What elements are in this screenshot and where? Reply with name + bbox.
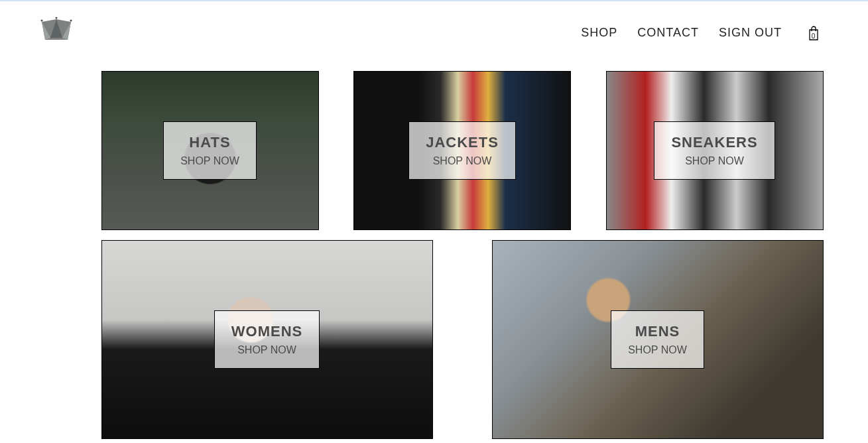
nav-signout[interactable]: SIGN OUT (709, 19, 792, 46)
category-box: HATS SHOP NOW (163, 121, 257, 180)
category-box: SNEAKERS SHOP NOW (654, 121, 775, 180)
category-womens[interactable]: WOMENS SHOP NOW (101, 240, 433, 439)
category-box: WOMENS SHOP NOW (214, 310, 320, 369)
category-sneakers[interactable]: SNEAKERS SHOP NOW (606, 71, 824, 230)
nav-contact[interactable]: CONTACT (627, 19, 709, 46)
svg-point-0 (41, 19, 43, 21)
category-jackets[interactable]: JACKETS SHOP NOW (353, 71, 571, 230)
category-hats[interactable]: HATS SHOP NOW (101, 71, 319, 230)
svg-point-2 (70, 19, 72, 21)
svg-point-1 (56, 17, 58, 19)
nav: SHOP CONTACT SIGN OUT 0 (571, 18, 828, 48)
nav-shop[interactable]: SHOP (571, 19, 627, 46)
category-subtitle: SHOP NOW (671, 155, 757, 167)
category-mens[interactable]: MENS SHOP NOW (492, 240, 824, 439)
category-title: HATS (180, 134, 239, 151)
category-title: SNEAKERS (671, 134, 757, 151)
category-box: JACKETS SHOP NOW (408, 121, 516, 180)
cart-count: 0 (812, 32, 816, 40)
category-title: WOMENS (231, 323, 302, 340)
crown-logo[interactable] (40, 17, 80, 50)
category-box: MENS SHOP NOW (611, 310, 704, 369)
category-title: JACKETS (426, 134, 499, 151)
cart-button[interactable]: 0 (798, 18, 828, 48)
category-title: MENS (628, 323, 687, 340)
category-subtitle: SHOP NOW (426, 155, 499, 167)
category-subtitle: SHOP NOW (231, 344, 302, 356)
directory-menu: HATS SHOP NOW JACKETS SHOP NOW SNEAKERS … (0, 54, 868, 443)
header: SHOP CONTACT SIGN OUT 0 (0, 1, 868, 54)
category-subtitle: SHOP NOW (180, 155, 239, 167)
category-subtitle: SHOP NOW (628, 344, 687, 356)
